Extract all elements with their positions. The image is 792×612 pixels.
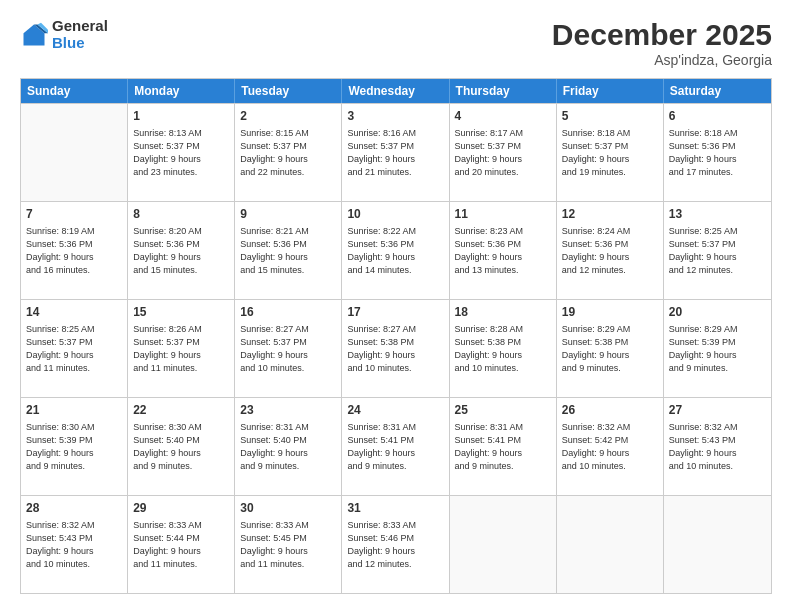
day-number: 2 [240, 108, 336, 125]
calendar-cell-1-7: 6Sunrise: 8:18 AM Sunset: 5:36 PM Daylig… [664, 104, 771, 201]
calendar-week-2: 7Sunrise: 8:19 AM Sunset: 5:36 PM Daylig… [21, 201, 771, 299]
day-number: 15 [133, 304, 229, 321]
calendar-cell-4-4: 24Sunrise: 8:31 AM Sunset: 5:41 PM Dayli… [342, 398, 449, 495]
calendar-cell-3-4: 17Sunrise: 8:27 AM Sunset: 5:38 PM Dayli… [342, 300, 449, 397]
day-number: 4 [455, 108, 551, 125]
calendar-header-thursday: Thursday [450, 79, 557, 103]
day-info: Sunrise: 8:33 AM Sunset: 5:46 PM Dayligh… [347, 519, 443, 571]
day-info: Sunrise: 8:20 AM Sunset: 5:36 PM Dayligh… [133, 225, 229, 277]
day-number: 11 [455, 206, 551, 223]
logo-blue-text: Blue [52, 35, 108, 52]
calendar: SundayMondayTuesdayWednesdayThursdayFrid… [20, 78, 772, 594]
day-info: Sunrise: 8:21 AM Sunset: 5:36 PM Dayligh… [240, 225, 336, 277]
calendar-week-5: 28Sunrise: 8:32 AM Sunset: 5:43 PM Dayli… [21, 495, 771, 593]
day-number: 8 [133, 206, 229, 223]
day-number: 21 [26, 402, 122, 419]
day-info: Sunrise: 8:33 AM Sunset: 5:44 PM Dayligh… [133, 519, 229, 571]
calendar-cell-3-5: 18Sunrise: 8:28 AM Sunset: 5:38 PM Dayli… [450, 300, 557, 397]
day-info: Sunrise: 8:32 AM Sunset: 5:43 PM Dayligh… [26, 519, 122, 571]
day-info: Sunrise: 8:24 AM Sunset: 5:36 PM Dayligh… [562, 225, 658, 277]
day-info: Sunrise: 8:18 AM Sunset: 5:37 PM Dayligh… [562, 127, 658, 179]
calendar-cell-2-4: 10Sunrise: 8:22 AM Sunset: 5:36 PM Dayli… [342, 202, 449, 299]
day-info: Sunrise: 8:19 AM Sunset: 5:36 PM Dayligh… [26, 225, 122, 277]
day-info: Sunrise: 8:27 AM Sunset: 5:38 PM Dayligh… [347, 323, 443, 375]
day-info: Sunrise: 8:30 AM Sunset: 5:39 PM Dayligh… [26, 421, 122, 473]
calendar-week-1: 1Sunrise: 8:13 AM Sunset: 5:37 PM Daylig… [21, 103, 771, 201]
day-number: 25 [455, 402, 551, 419]
calendar-title: December 2025 [552, 18, 772, 52]
day-number: 12 [562, 206, 658, 223]
calendar-week-4: 21Sunrise: 8:30 AM Sunset: 5:39 PM Dayli… [21, 397, 771, 495]
day-number: 22 [133, 402, 229, 419]
logo-general-text: General [52, 18, 108, 35]
day-info: Sunrise: 8:31 AM Sunset: 5:41 PM Dayligh… [455, 421, 551, 473]
calendar-header-monday: Monday [128, 79, 235, 103]
day-number: 1 [133, 108, 229, 125]
calendar-cell-4-6: 26Sunrise: 8:32 AM Sunset: 5:42 PM Dayli… [557, 398, 664, 495]
calendar-header-sunday: Sunday [21, 79, 128, 103]
calendar-cell-3-3: 16Sunrise: 8:27 AM Sunset: 5:37 PM Dayli… [235, 300, 342, 397]
day-number: 18 [455, 304, 551, 321]
day-number: 13 [669, 206, 766, 223]
day-info: Sunrise: 8:29 AM Sunset: 5:38 PM Dayligh… [562, 323, 658, 375]
day-number: 7 [26, 206, 122, 223]
day-number: 24 [347, 402, 443, 419]
day-number: 16 [240, 304, 336, 321]
day-info: Sunrise: 8:33 AM Sunset: 5:45 PM Dayligh… [240, 519, 336, 571]
calendar-cell-5-4: 31Sunrise: 8:33 AM Sunset: 5:46 PM Dayli… [342, 496, 449, 593]
calendar-cell-2-7: 13Sunrise: 8:25 AM Sunset: 5:37 PM Dayli… [664, 202, 771, 299]
title-block: December 2025 Asp'indza, Georgia [552, 18, 772, 68]
calendar-cell-3-6: 19Sunrise: 8:29 AM Sunset: 5:38 PM Dayli… [557, 300, 664, 397]
calendar-header-wednesday: Wednesday [342, 79, 449, 103]
calendar-cell-4-1: 21Sunrise: 8:30 AM Sunset: 5:39 PM Dayli… [21, 398, 128, 495]
day-number: 9 [240, 206, 336, 223]
day-info: Sunrise: 8:25 AM Sunset: 5:37 PM Dayligh… [26, 323, 122, 375]
day-number: 5 [562, 108, 658, 125]
header: General Blue December 2025 Asp'indza, Ge… [20, 18, 772, 68]
day-number: 10 [347, 206, 443, 223]
day-info: Sunrise: 8:31 AM Sunset: 5:41 PM Dayligh… [347, 421, 443, 473]
day-info: Sunrise: 8:13 AM Sunset: 5:37 PM Dayligh… [133, 127, 229, 179]
logo-icon [20, 21, 48, 49]
day-number: 30 [240, 500, 336, 517]
calendar-header-saturday: Saturday [664, 79, 771, 103]
day-info: Sunrise: 8:30 AM Sunset: 5:40 PM Dayligh… [133, 421, 229, 473]
day-number: 23 [240, 402, 336, 419]
calendar-cell-1-4: 3Sunrise: 8:16 AM Sunset: 5:37 PM Daylig… [342, 104, 449, 201]
day-info: Sunrise: 8:32 AM Sunset: 5:42 PM Dayligh… [562, 421, 658, 473]
day-number: 3 [347, 108, 443, 125]
calendar-cell-5-6 [557, 496, 664, 593]
day-info: Sunrise: 8:22 AM Sunset: 5:36 PM Dayligh… [347, 225, 443, 277]
calendar-cell-1-5: 4Sunrise: 8:17 AM Sunset: 5:37 PM Daylig… [450, 104, 557, 201]
calendar-cell-2-3: 9Sunrise: 8:21 AM Sunset: 5:36 PM Daylig… [235, 202, 342, 299]
calendar-header-friday: Friday [557, 79, 664, 103]
calendar-cell-4-7: 27Sunrise: 8:32 AM Sunset: 5:43 PM Dayli… [664, 398, 771, 495]
day-number: 27 [669, 402, 766, 419]
day-info: Sunrise: 8:15 AM Sunset: 5:37 PM Dayligh… [240, 127, 336, 179]
day-info: Sunrise: 8:29 AM Sunset: 5:39 PM Dayligh… [669, 323, 766, 375]
day-number: 29 [133, 500, 229, 517]
day-info: Sunrise: 8:31 AM Sunset: 5:40 PM Dayligh… [240, 421, 336, 473]
day-info: Sunrise: 8:23 AM Sunset: 5:36 PM Dayligh… [455, 225, 551, 277]
day-info: Sunrise: 8:28 AM Sunset: 5:38 PM Dayligh… [455, 323, 551, 375]
calendar-cell-1-2: 1Sunrise: 8:13 AM Sunset: 5:37 PM Daylig… [128, 104, 235, 201]
calendar-body: 1Sunrise: 8:13 AM Sunset: 5:37 PM Daylig… [21, 103, 771, 593]
calendar-cell-2-2: 8Sunrise: 8:20 AM Sunset: 5:36 PM Daylig… [128, 202, 235, 299]
calendar-cell-2-1: 7Sunrise: 8:19 AM Sunset: 5:36 PM Daylig… [21, 202, 128, 299]
calendar-cell-5-7 [664, 496, 771, 593]
calendar-cell-3-1: 14Sunrise: 8:25 AM Sunset: 5:37 PM Dayli… [21, 300, 128, 397]
calendar-cell-3-2: 15Sunrise: 8:26 AM Sunset: 5:37 PM Dayli… [128, 300, 235, 397]
logo-text: General Blue [52, 18, 108, 51]
calendar-cell-1-3: 2Sunrise: 8:15 AM Sunset: 5:37 PM Daylig… [235, 104, 342, 201]
calendar-header-tuesday: Tuesday [235, 79, 342, 103]
calendar-cell-5-3: 30Sunrise: 8:33 AM Sunset: 5:45 PM Dayli… [235, 496, 342, 593]
day-number: 14 [26, 304, 122, 321]
page: General Blue December 2025 Asp'indza, Ge… [0, 0, 792, 612]
calendar-header-row: SundayMondayTuesdayWednesdayThursdayFrid… [21, 79, 771, 103]
calendar-cell-2-5: 11Sunrise: 8:23 AM Sunset: 5:36 PM Dayli… [450, 202, 557, 299]
day-info: Sunrise: 8:26 AM Sunset: 5:37 PM Dayligh… [133, 323, 229, 375]
day-info: Sunrise: 8:16 AM Sunset: 5:37 PM Dayligh… [347, 127, 443, 179]
calendar-cell-4-2: 22Sunrise: 8:30 AM Sunset: 5:40 PM Dayli… [128, 398, 235, 495]
calendar-subtitle: Asp'indza, Georgia [552, 52, 772, 68]
day-info: Sunrise: 8:17 AM Sunset: 5:37 PM Dayligh… [455, 127, 551, 179]
